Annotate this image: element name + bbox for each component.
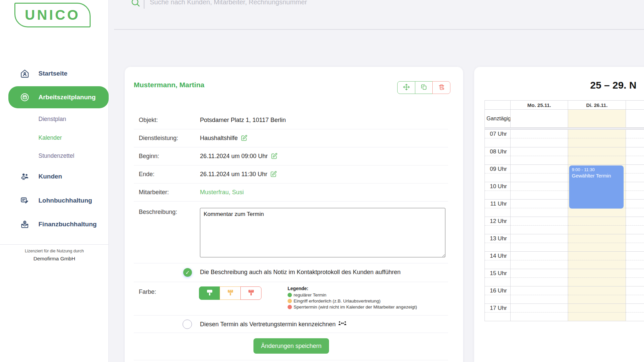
move-appointment-button[interactable] <box>397 81 415 94</box>
save-changes-button[interactable]: Änderungen speichern <box>253 338 329 354</box>
delete-appointment-button[interactable] <box>432 81 450 94</box>
day-header-di[interactable]: Di. 26.11. <box>568 101 626 109</box>
calendar-slot-cell[interactable] <box>511 165 568 182</box>
day-header-mo[interactable]: Mo. 25.11. <box>511 101 568 109</box>
allday-cell-highlighted[interactable] <box>568 110 626 127</box>
legend-item: regulärer Termin <box>288 292 417 297</box>
sidebar-item-startseite[interactable]: Startseite <box>0 66 109 82</box>
edit-icon[interactable] <box>241 135 247 141</box>
finance-icon <box>20 220 29 229</box>
calendar-slot-cell[interactable] <box>626 217 644 234</box>
allday-cell[interactable] <box>626 110 644 127</box>
calendar-slot-cell[interactable] <box>511 182 568 199</box>
calendar-header-row: Mo. 25.11. Di. 26.11. <box>485 101 644 109</box>
sidebar-divider <box>0 244 109 245</box>
hour-row: 17 Uhr <box>485 304 644 321</box>
calendar-slot-cell[interactable] <box>511 217 568 234</box>
allday-cell[interactable] <box>511 110 568 127</box>
calendar-slot-cell[interactable] <box>626 165 644 182</box>
calendar-slot-cell[interactable] <box>626 182 644 199</box>
field-label: Dienstleistung: <box>139 129 178 147</box>
appointment-card: Mustermann, Martina Objekt:Potsdamer Pla… <box>125 67 463 362</box>
calendar-slot-cell[interactable] <box>568 286 626 304</box>
payroll-icon <box>20 196 29 205</box>
hour-label: 09 Uhr <box>485 165 510 173</box>
legend-item-label: Eingriff erforderlich (z.B. Urlaubsvertr… <box>294 298 381 304</box>
edit-icon[interactable] <box>271 153 278 159</box>
sidebar-item-label: Kunden <box>38 173 62 180</box>
search-input[interactable] <box>150 0 391 9</box>
calendar-slot-cell[interactable] <box>568 269 626 286</box>
hour-row: 12 Uhr <box>485 217 644 234</box>
sidebar-item-arbeitszeitplanung[interactable]: Arbeitszeitplanung <box>8 86 109 108</box>
calendar-slot-cell[interactable] <box>568 234 626 251</box>
substitute-radio[interactable] <box>183 320 192 329</box>
calendar-slot-cell[interactable] <box>511 130 568 147</box>
note-checkbox[interactable]: ✓ <box>183 268 192 277</box>
calendar-slot-cell[interactable] <box>511 269 568 286</box>
edit-icon[interactable] <box>270 171 277 177</box>
calendar-slot-cell[interactable] <box>511 304 568 321</box>
calendar-slot-cell[interactable] <box>626 200 644 217</box>
sidebar-item-label: Dienstplan <box>38 116 66 123</box>
sidebar-item-lohnbuchhaltung[interactable]: Lohnbuchhaltung <box>0 193 109 209</box>
field-value: 26.11.2024 um 09:00 Uhr <box>200 147 278 165</box>
calendar-slot-cell[interactable] <box>626 234 644 251</box>
sidebar-item-label: Arbeitszeitplanung <box>38 94 96 101</box>
hour-label-cell: 15 Uhr <box>485 269 511 286</box>
calendar-slot-cell[interactable] <box>626 130 644 147</box>
calendar-slot-cell[interactable] <box>626 286 644 304</box>
row-divider <box>134 315 448 316</box>
search-divider <box>144 0 144 9</box>
sidebar-item-kunden[interactable]: Kunden <box>0 168 109 185</box>
sidebar-item-kalender[interactable]: Kalender <box>0 131 109 144</box>
legend-dot-icon <box>288 293 292 297</box>
allday-row: Ganztägig <box>485 109 644 127</box>
color-red-button[interactable] <box>240 286 261 300</box>
calendar-slot-cell[interactable] <box>626 252 644 269</box>
description-textarea[interactable]: Kommentar zum Termin <box>200 208 445 257</box>
field-row: Objekt:Potsdamer Platz 1, 10117 Berlin <box>125 111 463 129</box>
calendar-slot-cell[interactable] <box>511 147 568 164</box>
calendar-slot-cell[interactable] <box>511 200 568 217</box>
calendar-slot-cell[interactable] <box>626 269 644 286</box>
calendar-slot-cell[interactable] <box>511 252 568 269</box>
hour-label-cell: 08 Uhr <box>485 147 511 164</box>
calendar-slot-cell[interactable] <box>568 147 626 164</box>
calendar-slot-cell[interactable] <box>568 304 626 321</box>
hour-label: 14 Uhr <box>485 252 510 260</box>
color-yellow-button[interactable] <box>220 286 241 300</box>
calendar-slot-cell[interactable] <box>626 304 644 321</box>
legend-item: Eingriff erforderlich (z.B. Urlaubsvertr… <box>288 298 417 304</box>
hour-label-cell: 12 Uhr <box>485 217 511 234</box>
calendar-slot-cell[interactable] <box>626 147 644 164</box>
calendar-slot-cell[interactable] <box>568 130 626 147</box>
copy-appointment-button[interactable] <box>415 81 433 94</box>
calendar-slot-cell[interactable] <box>568 252 626 269</box>
row-divider <box>134 201 448 202</box>
calendar-slot-cell[interactable] <box>511 286 568 304</box>
sidebar-item-finanzbuchhaltung[interactable]: Finanzbuchhaltung <box>0 216 109 232</box>
color-legend: Legende: regulärer TerminEingriff erford… <box>288 286 417 311</box>
substitute-radio-label: Diesen Termin als Vertretungstermin kenn… <box>200 321 347 328</box>
calendar-slot-cell[interactable] <box>568 217 626 234</box>
calendar-slot-cell[interactable] <box>511 234 568 251</box>
sidebar-item-dienstplan[interactable]: Dienstplan <box>0 113 109 125</box>
legend-dot-icon <box>288 299 292 303</box>
field-value-text: 26.11.2024 um 09:00 Uhr <box>200 153 268 160</box>
field-row: Ende:26.11.2024 um 11:30 Uhr <box>125 165 463 183</box>
allday-separator <box>485 127 644 130</box>
legend-item-label: regulärer Termin <box>294 292 326 297</box>
hour-row: 16 Uhr <box>485 286 644 304</box>
sidebar-item-stundenzettel[interactable]: Stundenzettel <box>0 149 109 162</box>
legend-item: Sperrtermin (wird nicht im Kalender der … <box>288 305 417 310</box>
logo-text: UNICO <box>25 7 80 23</box>
app-logo[interactable]: UNICO <box>14 3 91 27</box>
color-green-button[interactable] <box>199 286 220 300</box>
color-label: Farbe: <box>139 288 156 295</box>
header-divider <box>114 29 644 30</box>
employee-link[interactable]: Musterfrau, Susi <box>200 189 244 196</box>
field-value: Haushaltshilfe <box>200 129 247 147</box>
hour-label: 13 Uhr <box>485 234 510 243</box>
selected-appointment-event[interactable]: 9:00 - 11:30 Gewählter Termin <box>569 165 624 209</box>
